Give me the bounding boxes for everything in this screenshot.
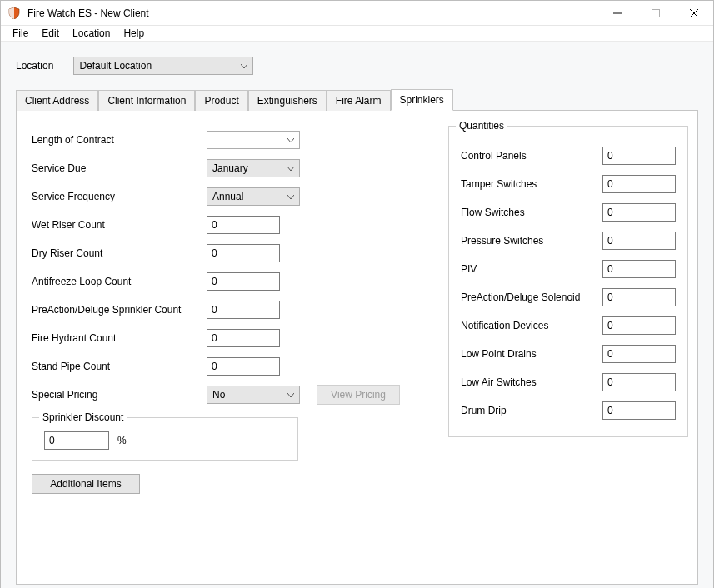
flow-switches-label: Flow Switches (461, 207, 602, 218)
location-row: Location Default Location (12, 53, 702, 88)
tab-fire-alarm[interactable]: Fire Alarm (327, 90, 391, 111)
piv-input[interactable] (602, 260, 676, 278)
low-air-switches-label: Low Air Switches (461, 376, 602, 388)
tab-client-information[interactable]: Client Information (98, 90, 195, 111)
low-point-drains-label: Low Point Drains (461, 348, 602, 360)
preaction-input[interactable] (207, 301, 280, 319)
sprinkler-discount-input[interactable] (44, 431, 109, 450)
low-air-switches-input[interactable] (602, 373, 676, 391)
minimize-button[interactable] (598, 1, 637, 26)
menu-edit[interactable]: Edit (35, 26, 66, 41)
tamper-switches-input[interactable] (602, 175, 676, 193)
pressure-switches-input[interactable] (602, 232, 676, 250)
titlebar: Fire Watch ES - New Client (1, 1, 713, 26)
menu-file[interactable]: File (6, 26, 35, 41)
pressure-switches-label: Pressure Switches (461, 235, 602, 247)
window-title: Fire Watch ES - New Client (27, 7, 149, 19)
tab-sprinklers[interactable]: Sprinklers (391, 89, 453, 111)
service-due-select[interactable]: January (207, 159, 300, 177)
service-due-value: January (212, 162, 248, 174)
drum-drip-label: Drum Drip (461, 405, 602, 416)
tab-pane-sprinklers: Length of Contract Service Due January (16, 110, 698, 585)
app-shield-icon (7, 7, 21, 20)
quantities-group: Quantities Control Panels Tamper Switche… (448, 126, 688, 437)
content-area: Location Default Location Client Address… (1, 42, 713, 588)
menu-help[interactable]: Help (117, 26, 151, 41)
sprinkler-discount-legend: Sprinkler Discount (39, 411, 127, 423)
location-select-value: Default Location (79, 60, 152, 72)
standpipe-input[interactable] (207, 357, 280, 376)
piv-label: PIV (461, 263, 602, 275)
view-pricing-button[interactable]: View Pricing (317, 385, 400, 405)
control-panels-label: Control Panels (461, 150, 602, 162)
svg-rect-1 (652, 9, 660, 17)
length-of-contract-select[interactable] (207, 131, 300, 149)
special-pricing-value: No (212, 389, 225, 401)
antifreeze-input[interactable] (207, 272, 280, 291)
hydrant-label: Fire Hydrant Count (32, 332, 207, 344)
dry-riser-input[interactable] (207, 244, 280, 262)
special-pricing-label: Special Pricing (32, 389, 207, 401)
dry-riser-label: Dry Riser Count (32, 247, 207, 259)
control-panels-input[interactable] (602, 147, 676, 165)
notification-devices-label: Notification Devices (461, 320, 602, 331)
sprinklers-right-column: Quantities Control Panels Tamper Switche… (448, 126, 688, 494)
service-frequency-label: Service Frequency (32, 191, 207, 202)
menubar: File Edit Location Help (1, 26, 713, 42)
quantities-legend: Quantities (456, 120, 507, 132)
maximize-button[interactable] (637, 1, 675, 26)
chevron-down-icon (287, 162, 294, 174)
chevron-down-icon (287, 191, 294, 202)
chevron-down-icon (287, 389, 294, 401)
length-of-contract-label: Length of Contract (32, 134, 207, 146)
service-frequency-value: Annual (212, 191, 243, 202)
tabstrip: Client Address Client Information Produc… (16, 88, 702, 110)
antifreeze-label: Antifreeze Loop Count (32, 276, 207, 287)
special-pricing-select[interactable]: No (207, 386, 300, 404)
app-window: Fire Watch ES - New Client File Edit Loc… (0, 0, 714, 588)
menu-location[interactable]: Location (66, 26, 117, 41)
hydrant-input[interactable] (207, 329, 280, 347)
sprinklers-left-column: Length of Contract Service Due January (32, 126, 423, 494)
notification-devices-input[interactable] (602, 316, 676, 335)
close-button[interactable] (675, 1, 713, 26)
location-select[interactable]: Default Location (73, 57, 253, 75)
standpipe-label: Stand Pipe Count (32, 361, 207, 372)
tab-client-address[interactable]: Client Address (16, 90, 98, 111)
sprinkler-discount-group: Sprinkler Discount % (32, 417, 298, 461)
location-label: Location (16, 60, 53, 72)
wet-riser-label: Wet Riser Count (32, 219, 207, 231)
preaction-label: PreAction/Deluge Sprinkler Count (32, 304, 207, 316)
drum-drip-input[interactable] (602, 401, 676, 420)
tab-extinguishers[interactable]: Extinguishers (248, 90, 327, 111)
service-due-label: Service Due (32, 162, 207, 174)
chevron-down-icon (287, 134, 294, 146)
tamper-switches-label: Tamper Switches (461, 178, 602, 190)
flow-switches-input[interactable] (602, 203, 676, 222)
low-point-drains-input[interactable] (602, 345, 676, 363)
wet-riser-input[interactable] (207, 216, 280, 234)
additional-items-button[interactable]: Additional Items (32, 474, 140, 494)
chevron-down-icon (241, 60, 247, 72)
service-frequency-select[interactable]: Annual (207, 187, 300, 206)
tab-product[interactable]: Product (195, 90, 247, 111)
preaction-solenoid-label: PreAction/Deluge Solenoid (461, 292, 602, 303)
preaction-solenoid-input[interactable] (602, 288, 676, 306)
sprinkler-discount-unit: % (117, 435, 127, 446)
